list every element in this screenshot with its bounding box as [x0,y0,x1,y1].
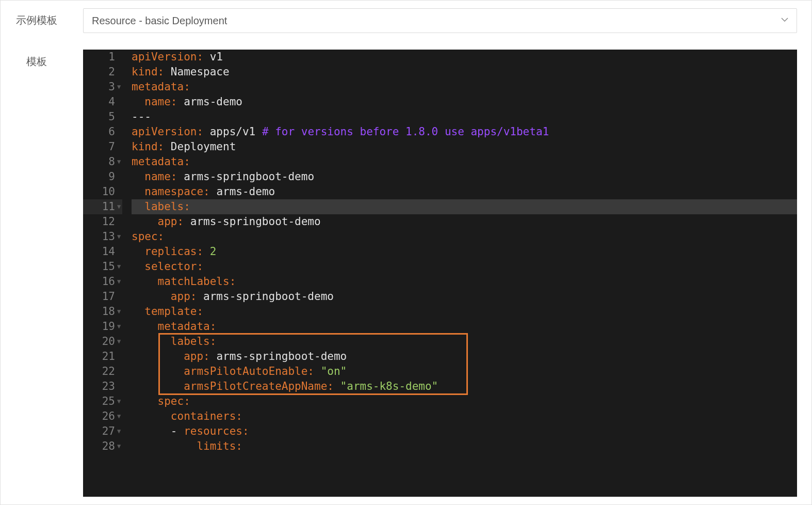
token-w [132,274,158,289]
template-select-wrap: Resource - basic Deployment [83,8,801,33]
token-w: v1 [203,50,223,65]
line-number: 8 [108,154,115,169]
fold-icon[interactable]: ▼ [117,424,122,439]
token-k: spec: [132,229,164,244]
line-number: 4 [108,94,115,109]
code-line[interactable]: labels: [132,199,797,214]
line-number: 22 [102,364,115,379]
code-line[interactable]: selector: [132,259,797,274]
code-line[interactable]: kind: Deployment [132,139,797,154]
gutter-line: 20▼ [83,334,122,349]
fold-icon[interactable]: ▼ [117,334,122,349]
gutter-line: 21 [83,349,122,364]
code-line[interactable]: metadata: [132,319,797,334]
token-s: "arms-k8s-demo" [340,379,439,394]
line-number: 19 [102,319,115,334]
code-line[interactable]: app: arms-springboot-demo [132,289,797,304]
fold-icon[interactable]: ▼ [117,304,122,319]
code-line[interactable]: armsPilotCreateAppName: "arms-k8s-demo" [132,379,797,394]
code-line[interactable]: limits: [132,439,797,454]
fold-icon[interactable]: ▼ [117,319,122,334]
code-line[interactable]: name: arms-demo [132,94,797,109]
code-line[interactable]: labels: [132,334,797,349]
editor-code[interactable]: apiVersion: v1kind: Namespacemetadata: n… [127,50,797,497]
token-k: apiVersion: [132,124,203,139]
code-line[interactable]: namespace: arms-demo [132,184,797,199]
code-line[interactable]: metadata: [132,80,797,94]
line-number: 28 [102,439,115,454]
token-n: 2 [203,244,216,259]
template-example-row: 示例模板 Resource - basic Deployment [6,8,806,33]
gutter-line: 16▼ [83,274,122,289]
fold-icon[interactable]: ▼ [117,394,122,409]
token-w: Deployment [164,139,236,154]
fold-icon[interactable]: ▼ [117,154,122,169]
gutter-line: 12 [83,214,122,229]
code-line[interactable]: spec: [132,394,797,409]
token-k: containers: [171,409,242,424]
token-s: "on" [321,364,347,379]
token-k: template: [144,304,203,319]
gutter-line: 17 [83,289,122,304]
token-w [132,199,144,214]
gutter-line: 5 [83,109,122,124]
token-k: app: [184,349,210,364]
gutter-line: 10 [83,184,122,199]
code-line[interactable]: spec: [132,229,797,244]
template-select[interactable]: Resource - basic Deployment [83,8,797,33]
gutter-line: 7 [83,139,122,154]
token-w [132,364,184,379]
code-line[interactable]: apiVersion: v1 [132,50,797,65]
line-number: 15 [102,259,115,274]
token-w: apps/v1 [203,124,262,139]
token-w: Namespace [164,65,229,80]
token-w [132,349,184,364]
code-line[interactable]: matchLabels: [132,274,797,289]
fold-icon[interactable]: ▼ [117,80,122,94]
gutter-line: 1 [83,50,122,65]
code-line[interactable]: name: arms-springboot-demo [132,169,797,184]
line-number: 7 [108,139,115,154]
code-editor[interactable]: 123▼45678▼91011▼1213▼1415▼16▼1718▼19▼20▼… [83,50,797,497]
token-k: apiVersion: [132,50,203,65]
code-line[interactable]: --- [132,109,797,124]
token-k: replicas: [144,244,203,259]
code-line[interactable]: containers: [132,409,797,424]
gutter-line: 15▼ [83,259,122,274]
fold-icon[interactable]: ▼ [117,439,122,454]
fold-icon[interactable]: ▼ [117,274,122,289]
gutter-line: 3▼ [83,80,122,94]
gutter-line: 19▼ [83,319,122,334]
token-w [132,379,184,394]
fold-icon[interactable]: ▼ [117,409,122,424]
code-line[interactable]: replicas: 2 [132,244,797,259]
line-number: 6 [108,124,115,139]
token-k: resources: [184,424,249,439]
code-line[interactable]: app: arms-springboot-demo [132,349,797,364]
fold-icon[interactable]: ▼ [117,199,122,214]
gutter-line: 18▼ [83,304,122,319]
fold-icon[interactable]: ▼ [117,259,122,274]
token-k: spec: [158,394,190,409]
token-w [132,244,144,259]
code-line[interactable]: armsPilotAutoEnable: "on" [132,364,797,379]
gutter-line: 13▼ [83,229,122,244]
token-w: arms-demo [177,94,242,109]
token-w [132,304,144,319]
code-line[interactable]: template: [132,304,797,319]
gutter-line: 2 [83,65,122,80]
token-w: - [132,424,184,439]
line-number: 5 [108,109,115,124]
code-line[interactable]: kind: Namespace [132,65,797,80]
token-w [334,379,340,394]
line-number: 17 [102,289,115,304]
code-line[interactable]: apiVersion: apps/v1 # for versions befor… [132,124,797,139]
code-line[interactable]: app: arms-springboot-demo [132,214,797,229]
template-example-label: 示例模板 [6,8,68,27]
fold-icon[interactable]: ▼ [117,229,122,244]
code-line[interactable]: - resources: [132,424,797,439]
editor-gutter: 123▼45678▼91011▼1213▼1415▼16▼1718▼19▼20▼… [83,50,127,497]
gutter-line: 27▼ [83,424,122,439]
code-line[interactable]: metadata: [132,154,797,169]
gutter-line: 23 [83,379,122,394]
